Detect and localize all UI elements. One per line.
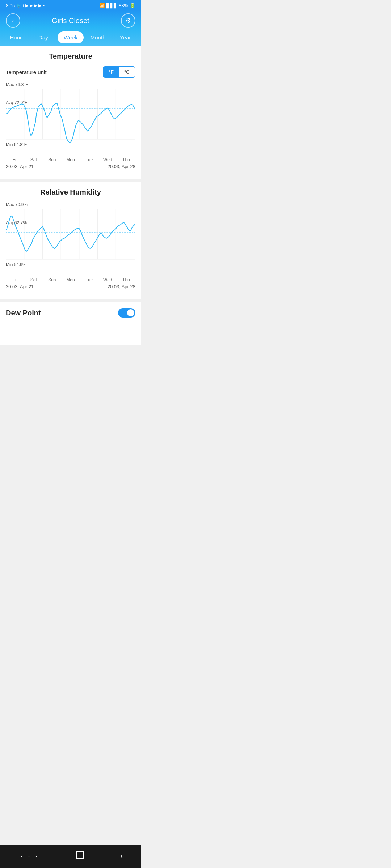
- x-label-sat: Sat: [24, 157, 43, 162]
- temperature-title: Temperature: [6, 52, 135, 60]
- youtube-icon: ▶: [25, 3, 28, 8]
- hum-date-range: 20:03, Apr 21 20:03, Apr 28: [6, 284, 135, 289]
- header-title: Girls Closet: [20, 17, 121, 25]
- hum-avg-label: Avg 62.7%: [6, 220, 27, 225]
- tab-month[interactable]: Month: [85, 31, 111, 43]
- temp-date-range: 20:03, Apr 21 20:03, Apr 28: [6, 164, 135, 169]
- facebook-icon: 🐦: [16, 3, 21, 8]
- battery-icon: 🔋: [130, 3, 135, 8]
- humidity-chart: Max 70.9% Avg 62.7% Min 54.9%: [6, 202, 135, 275]
- temp-max-label: Max 76.3°F: [6, 82, 28, 87]
- hum-x-wed: Wed: [98, 277, 117, 282]
- hum-max-label: Max 70.9%: [6, 202, 28, 207]
- tab-week[interactable]: Week: [58, 31, 84, 43]
- app-header: ‹ Girls Closet ⚙: [0, 10, 141, 28]
- hum-x-axis: Fri Sat Sun Mon Tue Wed Thu: [6, 277, 135, 282]
- signal-icon: ▋▋▋: [106, 3, 117, 8]
- tab-hour[interactable]: Hour: [3, 31, 29, 43]
- unit-row: Temperature unit °F ℃: [6, 66, 135, 78]
- time: 8:05: [6, 3, 15, 8]
- temperature-chart: Max 76.3°F Avg 72.0°F Min 64.8°F: [6, 82, 135, 154]
- dew-point-toggle[interactable]: [118, 308, 135, 318]
- hum-x-thu: Thu: [117, 277, 135, 282]
- temp-min-label: Min 64.8°F: [6, 142, 27, 147]
- hum-date-start: 20:03, Apr 21: [6, 284, 34, 289]
- hum-x-fri: Fri: [6, 277, 24, 282]
- main-content: Temperature Temperature unit °F ℃ Max 76…: [0, 46, 141, 345]
- dew-point-card: Dew Point: [0, 302, 141, 323]
- temp-date-start: 20:03, Apr 21: [6, 164, 34, 169]
- temp-avg-label: Avg 72.0°F: [6, 100, 27, 105]
- x-label-wed: Wed: [98, 157, 117, 162]
- unit-label: Temperature unit: [6, 69, 47, 75]
- tab-day[interactable]: Day: [30, 31, 56, 43]
- humidity-title: Relative Humidity: [6, 188, 135, 196]
- celsius-button[interactable]: ℃: [119, 67, 135, 77]
- x-label-sun: Sun: [43, 157, 61, 162]
- temp-x-axis: Fri Sat Sun Mon Tue Wed Thu: [6, 157, 135, 162]
- x-label-tue: Tue: [80, 157, 98, 162]
- wifi-icon: 📶: [99, 3, 105, 8]
- separator-2: [0, 299, 141, 302]
- bottom-spacer: [0, 323, 141, 345]
- hum-x-mon: Mon: [61, 277, 80, 282]
- status-bar: 8:05 🐦 f ▶ ▶ ▶ ▶ • 📶 ▋▋▋ 83% 🔋: [0, 0, 141, 10]
- separator-1: [0, 179, 141, 182]
- youtube-icon4: ▶: [38, 3, 41, 8]
- x-label-thu: Thu: [117, 157, 135, 162]
- x-label-fri: Fri: [6, 157, 24, 162]
- humidity-card: Relative Humidity Max 70.9% Avg 62.7% Mi: [0, 182, 141, 297]
- fahrenheit-button[interactable]: °F: [104, 67, 119, 77]
- x-label-mon: Mon: [61, 157, 80, 162]
- hum-date-end: 20:03, Apr 28: [108, 284, 135, 289]
- hum-x-sun: Sun: [43, 277, 61, 282]
- hum-x-tue: Tue: [80, 277, 98, 282]
- temp-date-end: 20:03, Apr 28: [108, 164, 135, 169]
- humidity-svg: [6, 209, 135, 270]
- dot-indicator: •: [43, 3, 45, 8]
- dew-point-title: Dew Point: [6, 309, 41, 317]
- youtube-icon2: ▶: [30, 3, 33, 8]
- facebook-icon2: f: [23, 4, 24, 8]
- unit-toggle: °F ℃: [103, 66, 135, 78]
- status-right: 📶 ▋▋▋ 83% 🔋: [99, 3, 135, 8]
- back-button[interactable]: ‹: [6, 13, 20, 28]
- tab-year[interactable]: Year: [112, 31, 138, 43]
- youtube-icon3: ▶: [34, 3, 37, 8]
- status-left: 8:05 🐦 f ▶ ▶ ▶ ▶ •: [6, 3, 45, 8]
- temperature-svg: [6, 89, 135, 150]
- battery-text: 83%: [119, 3, 128, 8]
- settings-button[interactable]: ⚙: [121, 13, 135, 28]
- hum-x-sat: Sat: [24, 277, 43, 282]
- hum-min-label: Min 54.9%: [6, 262, 26, 267]
- temperature-card: Temperature Temperature unit °F ℃ Max 76…: [0, 46, 141, 176]
